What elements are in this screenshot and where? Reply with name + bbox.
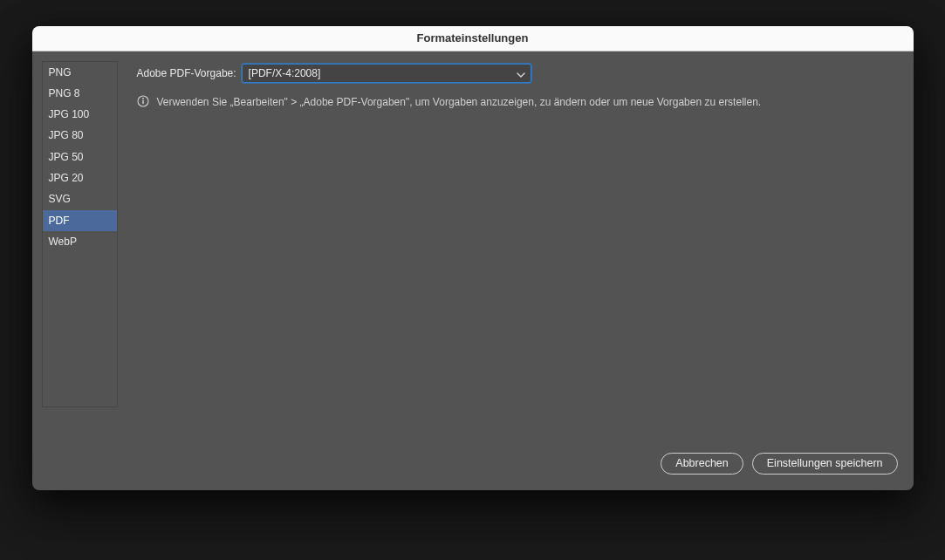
svg-rect-2 — [142, 100, 144, 104]
preset-select-value: [PDF/X-4:2008] — [249, 67, 321, 79]
format-settings-dialog: Formateinstellungen PNGPNG 8JPG 100JPG 8… — [32, 26, 914, 490]
sidebar-item-jpg-20[interactable]: JPG 20 — [43, 167, 117, 188]
main-panel: Adobe PDF-Vorgabe: [PDF/X-4:2008] — [118, 51, 914, 453]
format-list: PNGPNG 8JPG 100JPG 80JPG 50JPG 20SVGPDFW… — [42, 61, 118, 407]
sidebar-item-png[interactable]: PNG — [43, 62, 117, 83]
info-text: Verwenden Sie „Bearbeiten" > „Adobe PDF-… — [157, 95, 762, 110]
sidebar-item-pdf[interactable]: PDF — [43, 210, 117, 231]
preset-row: Adobe PDF-Vorgabe: [PDF/X-4:2008] — [137, 64, 898, 83]
sidebar-item-jpg-80[interactable]: JPG 80 — [43, 126, 117, 147]
preset-label: Adobe PDF-Vorgabe: — [137, 67, 236, 79]
save-button[interactable]: Einstellungen speichern — [752, 453, 898, 475]
sidebar-item-webp[interactable]: WebP — [43, 231, 117, 252]
dialog-content: PNGPNG 8JPG 100JPG 80JPG 50JPG 20SVGPDFW… — [32, 51, 914, 453]
svg-point-1 — [142, 98, 144, 99]
dialog-footer: Abbrechen Einstellungen speichern — [32, 453, 914, 490]
sidebar-item-jpg-50[interactable]: JPG 50 — [43, 147, 117, 167]
info-row: Verwenden Sie „Bearbeiten" > „Adobe PDF-… — [137, 95, 898, 112]
info-icon — [137, 95, 149, 112]
sidebar-item-png-8[interactable]: PNG 8 — [43, 83, 117, 104]
sidebar-item-svg[interactable]: SVG — [43, 189, 117, 210]
format-sidebar: PNGPNG 8JPG 100JPG 80JPG 50JPG 20SVGPDFW… — [32, 51, 118, 453]
sidebar-item-jpg-100[interactable]: JPG 100 — [43, 105, 117, 126]
dialog-title: Formateinstellungen — [32, 26, 914, 51]
preset-select[interactable]: [PDF/X-4:2008] — [242, 64, 531, 83]
cancel-button[interactable]: Abbrechen — [661, 453, 743, 475]
